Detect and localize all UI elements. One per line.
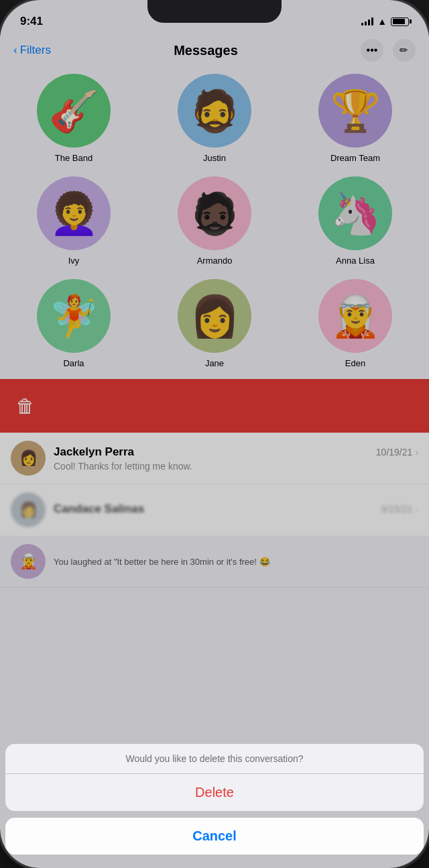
action-sheet: Would you like to delete this conversati… [0, 744, 429, 868]
action-sheet-card: Would you like to delete this conversati… [5, 744, 424, 811]
cancel-card: Cancel [5, 818, 424, 855]
wifi-icon: ▲ [377, 16, 387, 27]
signal-icon [361, 17, 373, 25]
action-sheet-message: Would you like to delete this conversati… [5, 744, 424, 774]
phone-screen: 9:41 ▲ ‹ Filters Messages [0, 0, 429, 868]
battery-icon [391, 17, 409, 26]
cancel-button[interactable]: Cancel [5, 818, 424, 855]
phone-frame: 9:41 ▲ ‹ Filters Messages [0, 0, 429, 868]
overlay [0, 0, 429, 868]
notch [147, 0, 282, 23]
status-time: 9:41 [20, 15, 43, 28]
delete-button[interactable]: Delete [5, 774, 424, 811]
status-icons: ▲ [361, 16, 409, 27]
